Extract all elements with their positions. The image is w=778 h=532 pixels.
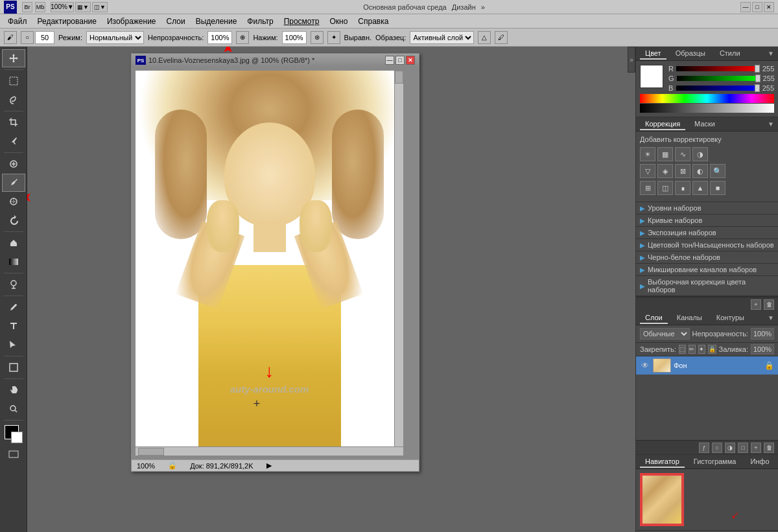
layer-mask-btn[interactable]: ○ <box>712 443 722 453</box>
lock-position-btn[interactable]: ✦ <box>698 345 705 354</box>
layer-visibility-btn[interactable]: 👁 <box>640 360 650 371</box>
fill-value[interactable] <box>751 344 774 354</box>
menu-filter[interactable]: Фильтр <box>242 16 278 27</box>
correction-panel-collapse[interactable]: ▼ <box>768 121 774 128</box>
pressure-input[interactable] <box>282 31 307 44</box>
pressure-icon[interactable]: ⊛ <box>311 31 324 44</box>
styles-tab[interactable]: Стили <box>714 48 746 60</box>
menu-help[interactable]: Справка <box>353 16 394 27</box>
masks-tab[interactable]: Маски <box>689 119 720 130</box>
scrollbar-vertical[interactable] <box>394 71 403 446</box>
extra-option-icon[interactable]: 🖊 <box>495 31 508 44</box>
tool-healing[interactable] <box>2 155 25 173</box>
color-panel-collapse[interactable]: ▼ <box>768 50 774 57</box>
tool-move[interactable] <box>2 49 25 67</box>
tool-screen-mode[interactable] <box>2 448 25 461</box>
tool-shape[interactable] <box>2 358 25 376</box>
color-preview[interactable] <box>640 65 663 88</box>
layer-style-btn[interactable]: ƒ <box>699 443 709 453</box>
menu-image[interactable]: Изображение <box>102 16 161 27</box>
corr-item-exposure[interactable]: ▶ Экспозиция наборов <box>636 227 778 239</box>
swatches-tab[interactable]: Образцы <box>670 48 711 60</box>
corr-curves-icon[interactable]: ∿ <box>675 147 690 161</box>
corr-gradient-icon[interactable]: ◫ <box>657 181 673 195</box>
corr-item-levels[interactable]: ▶ Уровни наборов <box>636 202 778 214</box>
airbrush-icon[interactable]: ✦ <box>327 31 340 44</box>
arrange-btn[interactable]: ▦▼ <box>75 2 91 12</box>
spectrum-bar[interactable] <box>640 94 774 103</box>
corr-balance-icon[interactable]: ⊠ <box>675 164 690 178</box>
gradient-bar[interactable] <box>640 104 774 113</box>
navigator-tab[interactable]: Навигатор <box>640 456 685 468</box>
window-minimize-btn[interactable]: — <box>740 2 751 12</box>
histogram-tab[interactable]: Гистограмма <box>689 456 742 468</box>
scrollbar-horizontal[interactable] <box>136 446 403 456</box>
tool-hand[interactable] <box>2 381 25 399</box>
panels-collapse-btn[interactable]: » <box>628 47 635 73</box>
menu-edit[interactable]: Редактирование <box>32 16 102 27</box>
corr-item-curves[interactable]: ▶ Кривые наборов <box>636 214 778 227</box>
layer-new-btn[interactable]: + <box>751 443 761 453</box>
scrollbar-thumb-v[interactable] <box>395 71 403 84</box>
corr-item-bw[interactable]: ▶ Черно-белое наборов <box>636 251 778 264</box>
tool-preset-btn[interactable]: 🖌 <box>4 31 17 44</box>
doc-maximize-btn[interactable]: □ <box>395 56 405 65</box>
opacity-icon[interactable]: ⊕ <box>236 31 249 44</box>
tool-history[interactable] <box>2 211 25 229</box>
paths-tab[interactable]: Контуры <box>711 312 749 324</box>
layers-tab[interactable]: Слои <box>640 312 668 324</box>
g-slider[interactable] <box>677 76 760 81</box>
menu-icon-mb[interactable]: Mb <box>35 2 45 12</box>
menu-icon-br[interactable]: Br <box>22 2 32 12</box>
menu-layers[interactable]: Слои <box>161 16 191 27</box>
layer-item-bg[interactable]: 👁 Фон 🔒 <box>636 356 778 375</box>
tool-lasso[interactable] <box>2 91 25 109</box>
doc-close-btn[interactable]: ✕ <box>406 56 415 65</box>
tool-gradient[interactable] <box>2 253 25 271</box>
corr-item-hue[interactable]: ▶ Цветовой тон/Насыщенность наборов <box>636 239 778 251</box>
corr-photo-icon[interactable]: 🔍 <box>710 164 725 178</box>
tool-clone[interactable] <box>2 192 25 211</box>
menu-select[interactable]: Выделение <box>191 16 242 27</box>
mode-select[interactable]: Нормальный <box>86 31 144 44</box>
info-tab[interactable]: Инфо <box>745 456 774 468</box>
b-slider[interactable] <box>676 86 760 91</box>
tool-brush[interactable] <box>2 174 25 192</box>
brush-size-input[interactable] <box>35 31 54 44</box>
tool-crop[interactable] <box>2 113 25 132</box>
sample-select[interactable]: Активный слой <box>410 31 474 44</box>
tool-pen[interactable] <box>2 298 25 316</box>
tool-zoom[interactable] <box>2 400 25 418</box>
sample-icon[interactable]: △ <box>478 31 491 44</box>
menu-file[interactable]: Файл <box>3 16 32 27</box>
corr-delete-btn[interactable]: 🗑 <box>764 299 774 310</box>
scrollbar-thumb-h[interactable] <box>138 448 164 456</box>
r-slider[interactable] <box>676 66 760 71</box>
opacity-input[interactable] <box>207 31 232 44</box>
corr-threshold-icon[interactable]: ▲ <box>692 181 708 195</box>
corr-exposure-icon[interactable]: ◑ <box>692 147 708 161</box>
tool-eyedropper[interactable] <box>2 132 25 150</box>
corr-brightness-icon[interactable]: ☀ <box>640 147 655 161</box>
corr-selective-icon[interactable]: ∎ <box>675 181 690 195</box>
view-btn[interactable]: ◫▼ <box>92 2 108 12</box>
layer-adj-btn[interactable]: ◑ <box>725 443 735 453</box>
blend-mode-select[interactable]: Обычные <box>640 328 690 340</box>
corr-hue-icon[interactable]: ◈ <box>657 164 673 178</box>
tool-marquee[interactable] <box>2 72 25 90</box>
tool-path-select[interactable] <box>2 336 25 354</box>
doc-minimize-btn[interactable]: — <box>385 56 394 65</box>
zoom-100-btn[interactable]: 100%▼ <box>51 2 74 12</box>
color-picker[interactable] <box>2 425 25 446</box>
layers-panel-collapse[interactable]: ▼ <box>768 314 774 321</box>
lock-image-btn[interactable]: ✏ <box>689 345 696 354</box>
corr-levels-icon[interactable]: ▦ <box>657 147 673 161</box>
tool-dodge[interactable] <box>2 275 25 294</box>
window-maximize-btn[interactable]: □ <box>752 2 762 12</box>
lock-all-btn[interactable]: 🔒 <box>708 345 716 354</box>
opacity-value[interactable] <box>751 328 774 340</box>
doc-nav-arrow-right[interactable]: ▶ <box>266 461 272 470</box>
lock-transparent-btn[interactable]: ⬚ <box>679 345 686 354</box>
channels-tab[interactable]: Каналы <box>672 312 707 324</box>
tool-text[interactable] <box>2 317 25 335</box>
